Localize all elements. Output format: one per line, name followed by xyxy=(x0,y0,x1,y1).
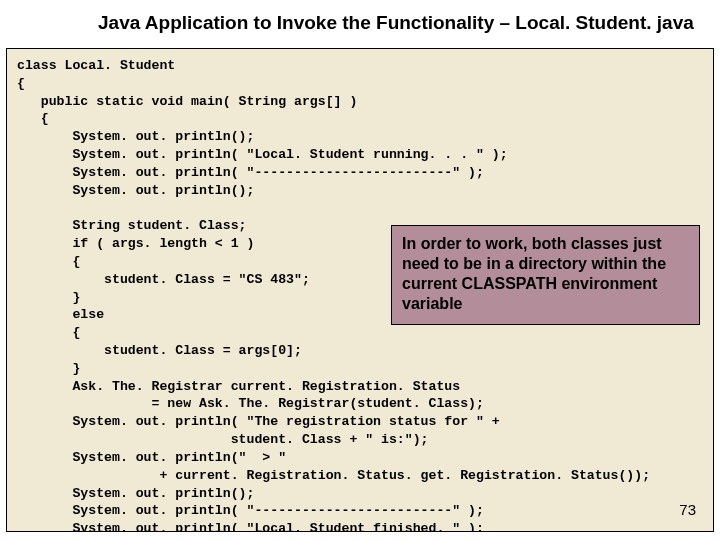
slide-title: Java Application to Invoke the Functiona… xyxy=(0,0,720,40)
slide: Java Application to Invoke the Functiona… xyxy=(0,0,720,540)
page-number: 73 xyxy=(679,501,696,518)
explanation-callout: In order to work, both classes just need… xyxy=(391,225,700,325)
